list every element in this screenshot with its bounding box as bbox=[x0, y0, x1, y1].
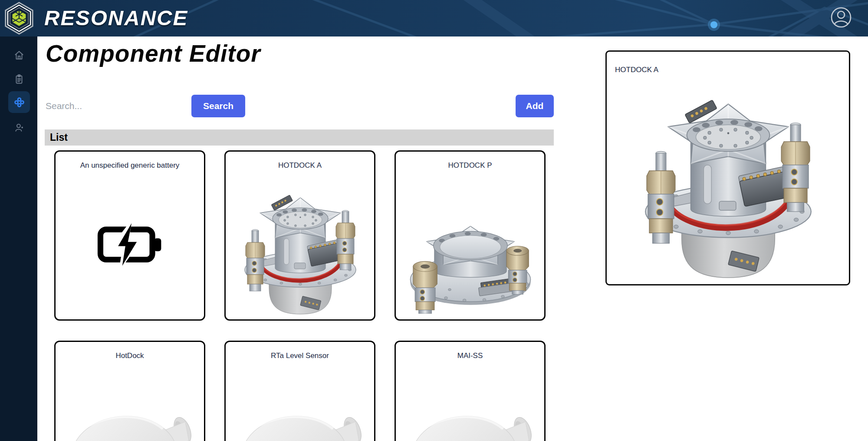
add-button[interactable]: Add bbox=[516, 95, 554, 117]
clipboard-icon bbox=[13, 73, 25, 85]
sidebar-item-home[interactable] bbox=[8, 44, 30, 66]
sidebar-item-tasks[interactable] bbox=[8, 68, 30, 90]
user-add-icon bbox=[13, 122, 25, 133]
sidebar-item-users[interactable] bbox=[8, 116, 30, 138]
brand-logo[interactable] bbox=[2, 1, 36, 36]
search-row: Search Add bbox=[46, 95, 554, 117]
component-card-hotdock[interactable]: HotDock bbox=[54, 341, 205, 441]
sidebar-item-components[interactable] bbox=[8, 91, 30, 113]
component-card-title: An unspecified generic battery bbox=[56, 161, 204, 170]
search-input[interactable] bbox=[46, 96, 191, 116]
component-card-mai-ss[interactable]: MAI-SS bbox=[395, 341, 546, 441]
sidebar bbox=[0, 36, 37, 441]
component-card-title: HOTDOCK A bbox=[226, 161, 374, 170]
component-card-grid: An unspecified generic battery HOTDOCK A… bbox=[54, 150, 546, 441]
main-content: Component Editor Search Add List An unsp… bbox=[37, 36, 868, 441]
component-card-hotdock-p[interactable]: HOTDOCK P bbox=[395, 150, 546, 321]
hotdock-p-render bbox=[401, 193, 540, 314]
component-card-hotdock-a[interactable]: HOTDOCK A bbox=[224, 150, 375, 321]
hotdock-a-render bbox=[235, 174, 365, 318]
component-card-title: HotDock bbox=[56, 351, 204, 360]
component-card-title: HOTDOCK P bbox=[396, 161, 544, 170]
search-button[interactable]: Search bbox=[191, 95, 245, 117]
thruster-nozzle-render bbox=[397, 399, 540, 441]
battery-charging-icon bbox=[97, 221, 165, 269]
user-avatar-icon bbox=[830, 6, 852, 29]
home-icon bbox=[13, 50, 25, 61]
component-card-battery[interactable]: An unspecified generic battery bbox=[54, 150, 205, 321]
thruster-nozzle-render bbox=[56, 399, 200, 441]
user-avatar-button[interactable] bbox=[830, 6, 852, 29]
detail-panel: HOTDOCK A bbox=[605, 50, 850, 285]
hotdock-a-render-large bbox=[628, 69, 828, 283]
thruster-nozzle-render bbox=[227, 399, 370, 441]
component-card-title: MAI-SS bbox=[396, 351, 544, 360]
app-header: RESONANCE bbox=[0, 0, 868, 36]
component-card-title: RTa Level Sensor bbox=[226, 351, 374, 360]
page-title: Component Editor bbox=[46, 38, 261, 69]
list-header-label: List bbox=[50, 132, 68, 143]
component-card-rta-level-sensor[interactable]: RTa Level Sensor bbox=[224, 341, 375, 441]
brand-title: RESONANCE bbox=[44, 4, 188, 31]
list-header: List bbox=[45, 129, 554, 146]
components-icon bbox=[13, 96, 25, 108]
app-root: RESONANCE bbox=[0, 0, 868, 441]
